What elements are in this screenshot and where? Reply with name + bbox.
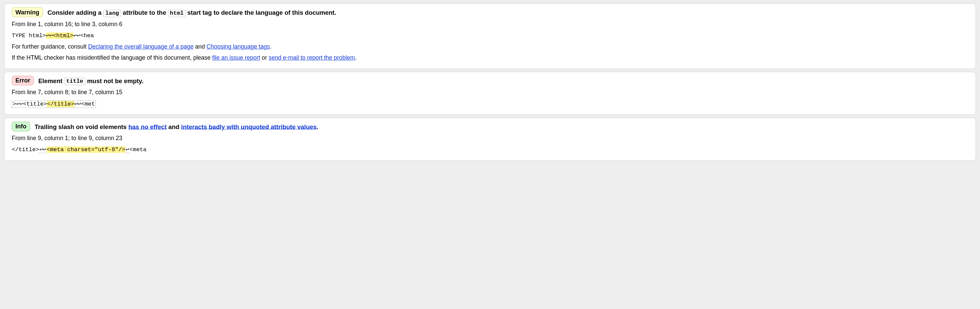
extract-highlight: </title> (47, 101, 75, 107)
source-location: From line 1, column 16; to line 3, colum… (12, 20, 970, 29)
guidance-part: For further guidance, consult (12, 43, 88, 50)
message-heading: Error Element title must not be empty. (12, 76, 970, 86)
link-choosing-language-tags[interactable]: Choosing language tags (207, 43, 270, 50)
source-extract: TYPE html>↩↩<html>↩↩<hea (12, 32, 970, 40)
validator-messages: Warning Consider adding a lang attribute… (1, 3, 979, 161)
guidance-text: For further guidance, consult Declaring … (12, 42, 970, 51)
source-location: From line 9, column 1; to line 9, column… (12, 134, 970, 143)
heading-text-part: Trailing slash on void elements (33, 123, 129, 130)
code-lang: lang (103, 10, 121, 17)
newline-icon: ↩↩ (39, 146, 47, 153)
message-heading: Info Trailing slash on void elements has… (12, 122, 970, 132)
link-file-issue[interactable]: file an issue report (212, 54, 260, 61)
heading-text-part: Element (37, 77, 64, 84)
validator-message-info: Info Trailing slash on void elements has… (4, 118, 976, 161)
misidentified-text: If the HTML checker has misidentified th… (12, 53, 970, 62)
extract-post: <meta (129, 146, 146, 153)
extract-pre: TYPE html> (12, 33, 46, 39)
message-heading: Warning Consider adding a lang attribute… (12, 8, 970, 18)
guidance-part: . (270, 43, 272, 50)
link-declaring-language[interactable]: Declaring the overall language of a page (88, 43, 194, 50)
source-location: From line 7, column 8; to line 7, column… (12, 88, 970, 97)
info-badge: Info (12, 122, 30, 132)
link-no-effect[interactable]: has no effect (129, 123, 167, 130)
heading-text-part: Consider adding a (46, 9, 103, 16)
heading-text-part: must not be empty. (85, 77, 143, 84)
misid-part: . (355, 54, 357, 61)
extract-post: ↩↩<met (75, 101, 95, 107)
validator-message-error: Error Element title must not be empty. F… (4, 72, 976, 115)
misid-part: If the HTML checker has misidentified th… (12, 54, 212, 61)
extract-post: ↩↩<hea (73, 33, 94, 39)
extract-highlight: ↩↩<html> (46, 33, 73, 39)
extract-pre: </title> (12, 146, 39, 153)
source-extract: >↩↩<title></title>↩↩<met (12, 100, 970, 109)
heading-text-part: and (167, 123, 181, 130)
code-html: html (168, 10, 186, 17)
heading-text-part: start tag to declare the language of thi… (186, 9, 336, 16)
misid-part: or (260, 54, 269, 61)
link-send-email[interactable]: send e-mail to report the problem (269, 54, 355, 61)
extract-pre: >↩↩<title> (13, 101, 47, 107)
link-interacts-badly[interactable]: interacts badly with unquoted attribute … (181, 123, 317, 130)
guidance-part: and (194, 43, 207, 50)
newline-icon: ↩ (126, 146, 129, 153)
heading-text-part: attribute to the (121, 9, 168, 16)
validator-message-warning: Warning Consider adding a lang attribute… (4, 3, 976, 69)
extract-highlight: <meta charset="utf-8"/> (47, 146, 126, 153)
extract-boxed: >↩↩<title></title>↩↩<met (12, 101, 96, 108)
warning-badge: Warning (12, 7, 43, 17)
error-badge: Error (12, 76, 34, 86)
code-title: title (64, 78, 85, 85)
heading-text-part: . (317, 123, 318, 130)
source-extract: </title>↩↩<meta charset="utf-8"/>↩<meta (12, 146, 970, 154)
